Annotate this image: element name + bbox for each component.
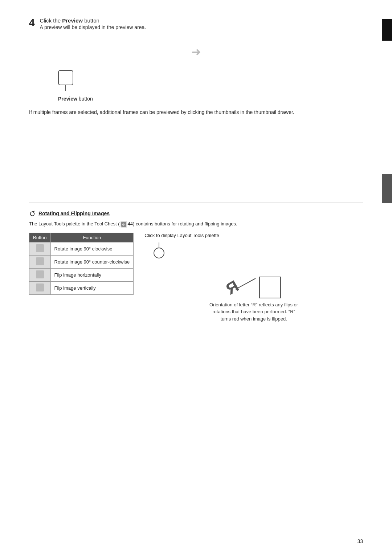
section-divider — [29, 203, 363, 203]
section-heading: Rotating and Flipping Images — [29, 210, 363, 217]
arrow-area: ➜ — [29, 41, 363, 63]
table-cell-function: Flip image horizontally — [50, 268, 134, 281]
rotate-flip-section: Rotating and Flipping Images The Layout … — [29, 210, 363, 322]
table-cell-button — [29, 255, 51, 268]
table-row: Rotate image 90° counter-clockwise — [29, 255, 134, 268]
table-cell-function: Rotate image 90° clockwise — [50, 242, 134, 255]
section-heading-text: Rotating and Flipping Images — [38, 211, 110, 216]
rotate-flip-columns: Button Function Rotate image 90° clockwi… — [29, 233, 363, 323]
tool-ref-icon: ⚙ — [121, 221, 127, 228]
multiple-frames-note: If multiple frames are selected, additio… — [29, 108, 363, 116]
click-display-label: Click to display Layout Tools palette — [144, 233, 363, 238]
svg-point-0 — [30, 212, 34, 216]
step-number: 4 — [29, 17, 35, 29]
preview-button-icon — [58, 70, 73, 85]
preview-button-label: Preview button — [58, 96, 363, 102]
step4-heading: Click the Preview button — [40, 17, 146, 24]
step4-section: 4 Click the Preview button A preview wil… — [29, 17, 363, 30]
r-box — [259, 277, 281, 298]
right-tab-middle — [382, 174, 392, 203]
right-column: Click to display Layout Tools palette R — [144, 233, 363, 323]
svg-line-3 — [236, 278, 256, 289]
step4-description: A preview will be displayed in the previ… — [40, 24, 146, 30]
right-tab-top — [382, 19, 392, 41]
table-col-function: Function — [50, 233, 134, 242]
right-arrow-icon: ➜ — [191, 45, 201, 59]
section-description: The Layout Tools palette in the Tool Che… — [29, 220, 363, 228]
table-row: Flip image vertically — [29, 281, 134, 294]
function-table: Button Function Rotate image 90° clockwi… — [29, 233, 134, 295]
step-content: Click the Preview button A preview will … — [40, 17, 146, 30]
table-row: Flip image horizontally — [29, 268, 134, 281]
r-visual-row: R — [226, 269, 281, 298]
table-cell-function: Rotate image 90° counter-clockwise — [50, 255, 134, 268]
r-orientation-note: Orientation of letter “R” reflects any f… — [207, 301, 301, 323]
table-col-button: Button — [29, 233, 51, 242]
circle-tool-icon — [154, 248, 164, 258]
page-number: 33 — [357, 538, 363, 544]
table-cell-button — [29, 281, 51, 294]
table-cell-button — [29, 242, 51, 255]
table-cell-function: Flip image vertically — [50, 281, 134, 294]
spacer — [29, 123, 363, 188]
table-cell-button — [29, 268, 51, 281]
svg-text:⚙: ⚙ — [122, 223, 125, 227]
rotate-heading-icon — [29, 210, 36, 217]
row-icon-2 — [36, 270, 44, 278]
row-icon-1 — [36, 257, 44, 265]
content-area: 4 Click the Preview button A preview wil… — [0, 0, 392, 344]
function-table-wrap: Button Function Rotate image 90° clockwi… — [29, 233, 134, 295]
table-row: Rotate image 90° clockwise — [29, 242, 134, 255]
row-icon-0 — [36, 244, 44, 252]
row-icon-3 — [36, 283, 44, 291]
page-container: 4 Click the Preview button A preview wil… — [0, 0, 392, 555]
preview-button-area: Preview button — [58, 70, 363, 102]
r-orientation-visual: R Orientation of letter “R” reflects any… — [144, 269, 363, 323]
